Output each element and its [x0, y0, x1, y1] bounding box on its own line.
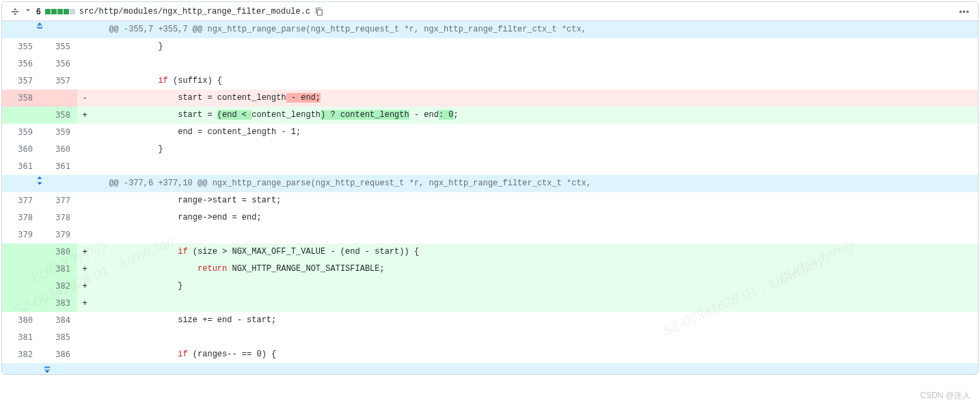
diff-table: @@ -355,7 +355,7 @@ ngx_http_range_parse…: [2, 21, 978, 363]
new-line-number[interactable]: 355: [40, 38, 77, 55]
code-line: if (size > NGX_MAX_OFF_T_VALUE - (end - …: [92, 244, 978, 261]
diff-marker: [77, 55, 92, 73]
new-line-number[interactable]: 358: [40, 107, 77, 124]
code-line: start = (end < content_length) ? content…: [92, 107, 978, 124]
diff-marker: [77, 141, 92, 158]
code-line: }: [92, 278, 978, 295]
expand-down-row: [2, 363, 978, 374]
diff-marker: [77, 158, 92, 175]
new-line-number[interactable]: 381: [40, 261, 77, 278]
expand-hunk-button[interactable]: [2, 175, 77, 192]
file-header: 6 src/http/modules/ngx_http_range_filter…: [2, 2, 978, 21]
diffstat: [45, 9, 75, 14]
new-line-number[interactable]: [40, 90, 77, 107]
old-line-number[interactable]: 361: [2, 158, 40, 175]
new-line-number[interactable]: 361: [40, 158, 77, 175]
copy-icon[interactable]: [314, 7, 324, 16]
diff-marker: +: [77, 244, 92, 261]
diff-marker: [77, 209, 92, 226]
svg-point-2: [39, 25, 40, 27]
svg-point-1: [37, 25, 38, 27]
code-line: range->end = end;: [92, 209, 978, 226]
old-line-number[interactable]: [2, 278, 40, 295]
new-line-number[interactable]: 356: [40, 55, 77, 73]
old-line-number[interactable]: 359: [2, 124, 40, 141]
new-line-number[interactable]: 384: [40, 312, 77, 329]
diff-marker: -: [77, 90, 92, 107]
code-line: [92, 226, 978, 244]
diff-marker: +: [77, 107, 92, 124]
code-line: return NGX_HTTP_RANGE_NOT_SATISFIABLE;: [92, 261, 978, 278]
new-line-number[interactable]: 386: [40, 346, 77, 363]
old-line-number[interactable]: 381: [2, 329, 40, 346]
hunk-header: @@ -355,7 +355,7 @@ ngx_http_range_parse…: [92, 21, 978, 38]
code-line: if (ranges-- == 0) {: [92, 346, 978, 363]
expand-hunk-button[interactable]: [2, 21, 77, 38]
code-line: [92, 329, 978, 346]
kebab-menu[interactable]: •••: [959, 7, 970, 16]
code-line: end = content_length - 1;: [92, 124, 978, 141]
svg-point-6: [49, 369, 50, 370]
code-line: if (suffix) {: [92, 73, 978, 90]
old-line-number[interactable]: 382: [2, 346, 40, 363]
code-line: start = content_length - end;: [92, 90, 978, 107]
code-line: [92, 158, 978, 175]
code-line: range->start = start;: [92, 192, 978, 209]
old-line-number[interactable]: 378: [2, 209, 40, 226]
old-line-number[interactable]: [2, 107, 40, 124]
diff-marker: [77, 124, 92, 141]
diff-marker: [77, 192, 92, 209]
new-line-number[interactable]: 385: [40, 329, 77, 346]
change-count: 6: [36, 7, 41, 16]
diff-marker: [77, 329, 92, 346]
svg-point-3: [41, 25, 42, 27]
old-line-number[interactable]: [2, 244, 40, 261]
new-line-number[interactable]: 359: [40, 124, 77, 141]
old-line-number[interactable]: 377: [2, 192, 40, 209]
svg-point-4: [44, 369, 46, 370]
new-line-number[interactable]: 357: [40, 73, 77, 90]
diff-marker: [77, 38, 92, 55]
old-line-number[interactable]: [2, 261, 40, 278]
old-line-number[interactable]: 380: [2, 312, 40, 329]
diff-marker: [77, 346, 92, 363]
code-line: }: [92, 141, 978, 158]
diff-file: 6 src/http/modules/ngx_http_range_filter…: [1, 1, 979, 375]
code-line: [92, 295, 978, 312]
old-line-number[interactable]: 360: [2, 141, 40, 158]
diff-marker: +: [77, 261, 92, 278]
diff-marker: +: [77, 278, 92, 295]
code-line: [92, 55, 978, 73]
file-path[interactable]: src/http/modules/ngx_http_range_filter_m…: [79, 7, 310, 16]
old-line-number[interactable]: 356: [2, 55, 40, 73]
new-line-number[interactable]: 379: [40, 226, 77, 244]
code-line: }: [92, 38, 978, 55]
diff-marker: [77, 73, 92, 90]
expand-all-icon[interactable]: [10, 7, 20, 16]
diff-marker: [77, 312, 92, 329]
svg-rect-0: [318, 10, 323, 15]
hunk-header: @@ -377,6 +377,10 @@ ngx_http_range_pars…: [92, 175, 978, 192]
code-line: size += end - start;: [92, 312, 978, 329]
diff-marker: [77, 226, 92, 244]
old-line-number[interactable]: 357: [2, 73, 40, 90]
old-line-number[interactable]: 379: [2, 226, 40, 244]
old-line-number[interactable]: 358: [2, 90, 40, 107]
diff-marker: +: [77, 295, 92, 312]
new-line-number[interactable]: 378: [40, 209, 77, 226]
old-line-number[interactable]: 355: [2, 38, 40, 55]
old-line-number[interactable]: [2, 295, 40, 312]
new-line-number[interactable]: 360: [40, 141, 77, 158]
new-line-number[interactable]: 382: [40, 278, 77, 295]
expand-down-button[interactable]: [2, 363, 92, 374]
new-line-number[interactable]: 380: [40, 244, 77, 261]
new-line-number[interactable]: 377: [40, 192, 77, 209]
chevron-down-icon[interactable]: [24, 6, 32, 16]
svg-point-5: [46, 369, 48, 370]
new-line-number[interactable]: 383: [40, 295, 77, 312]
